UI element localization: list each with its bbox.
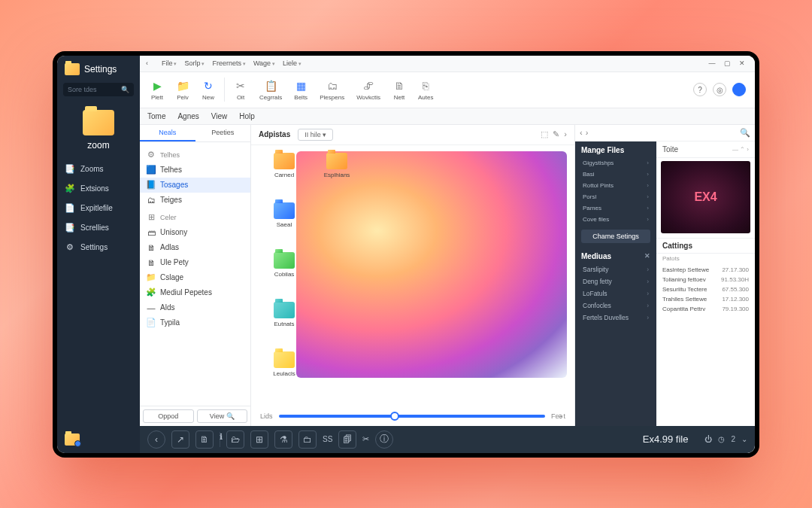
tree-item[interactable]: 🗂Teiges xyxy=(140,193,250,208)
menubar-item[interactable]: Holp xyxy=(239,112,255,120)
edit-icon[interactable]: ✎ xyxy=(553,129,559,139)
ribbon-button[interactable]: ↻New xyxy=(195,79,221,101)
status-power-icon[interactable]: ⏻ xyxy=(704,435,712,443)
sidebar-search[interactable]: Sore tdes 🔍 xyxy=(63,83,134,96)
close-icon[interactable]: ✕ xyxy=(644,252,650,260)
titlebar-menu-item[interactable]: Wage xyxy=(253,59,275,67)
zoom-slider[interactable] xyxy=(279,415,545,418)
ribbon-button[interactable]: ▶Plett xyxy=(144,79,170,101)
back-icon[interactable]: ‹ xyxy=(146,59,148,67)
file-item[interactable]: Saeal xyxy=(262,202,307,246)
manage-item[interactable]: Pames xyxy=(575,202,656,214)
sidebar-zoom-block[interactable]: zoom xyxy=(57,104,140,160)
file-item[interactable]: Eutnats xyxy=(262,302,307,345)
tree-item[interactable]: 🗃Unisony xyxy=(140,225,250,240)
sidebar-item[interactable]: ⚙Settings xyxy=(57,238,140,257)
tag-icon[interactable]: ⬚ xyxy=(541,129,548,139)
nav-search-icon[interactable]: 🔍 xyxy=(740,128,750,138)
zoom-slider-row: Lids Feət xyxy=(251,408,574,426)
file-item[interactable]: Cobilas xyxy=(262,252,307,296)
tree-foot-button[interactable]: Oppod xyxy=(143,409,194,423)
tree-item[interactable]: 📄Typila xyxy=(140,315,250,330)
status-chevron-icon[interactable]: ⌄ xyxy=(741,435,747,443)
sidebar-item[interactable]: 🧩Extsions xyxy=(57,179,140,199)
nav-fwd-icon[interactable]: › xyxy=(586,128,589,137)
file-item[interactable]: Leulacls xyxy=(262,351,307,395)
manage-item[interactable]: Porsl xyxy=(575,191,656,202)
tree-tab[interactable]: Neals xyxy=(140,125,195,141)
tree-item[interactable]: 🧩Mediul Pepetes xyxy=(140,285,250,300)
status-tool-7[interactable]: 🗐 xyxy=(338,430,356,449)
titlebar-menu-item[interactable]: Sorlp xyxy=(184,59,205,67)
tree-foot-button[interactable]: View 🔍 xyxy=(197,409,248,423)
forward-icon[interactable]: › xyxy=(564,129,567,139)
titlebar-menu-item[interactable]: Freernets xyxy=(212,59,245,67)
tree-item-label: Ule Pety xyxy=(160,258,189,266)
ribbon-button[interactable]: 📁Pelv xyxy=(170,79,195,101)
status-tool-2[interactable]: 🗎 xyxy=(195,430,214,449)
status-tool-1[interactable]: ↗ xyxy=(171,430,189,449)
cat-key: Sesuriitu Tectere xyxy=(662,286,707,293)
tree-item[interactable]: 📁Cslage xyxy=(140,270,250,285)
manage-item[interactable]: Gigystishps xyxy=(575,157,656,169)
tree-item[interactable]: 🟦Telhes xyxy=(140,163,250,178)
status-tool-8[interactable]: ⓘ xyxy=(375,430,393,449)
status-tool-5[interactable]: ⚗ xyxy=(274,430,292,449)
status-count: 2 xyxy=(731,435,735,443)
nav-back-icon[interactable]: ‹ xyxy=(580,128,583,137)
status-clock-icon[interactable]: ◷ xyxy=(718,435,725,443)
manage-item[interactable]: Basi xyxy=(575,169,656,180)
titlebar: ‹ FileSorlpFreernetsWageLiele — ▢ ✕ xyxy=(140,56,755,72)
ribbon-button[interactable]: ▦Belts xyxy=(288,79,314,101)
footer-folder-icon[interactable] xyxy=(65,433,80,446)
tree-item[interactable]: —Alds xyxy=(140,300,250,315)
toite-tab[interactable]: Toite— ⌃ › xyxy=(656,141,755,158)
minimize-button[interactable]: — xyxy=(705,58,719,68)
ribbon-button[interactable]: 📋Cegrrals xyxy=(253,79,288,101)
file-item[interactable]: Carned xyxy=(262,153,307,196)
rpane-light-col: Toite— ⌃ › EX4 Cattings Patots Easlntep … xyxy=(656,141,755,426)
manage-item[interactable]: Rottol Pints xyxy=(575,180,656,191)
medias-item[interactable]: LoFatuls xyxy=(575,287,656,300)
file-item xyxy=(314,252,359,296)
sidebar-item[interactable]: 📑Screllies xyxy=(57,218,140,238)
sidebar-item[interactable]: 📄Expitlefile xyxy=(57,199,140,218)
slider-thumb[interactable] xyxy=(390,412,399,421)
ribbon-button[interactable]: 🗂Plespens xyxy=(314,79,350,101)
medias-item[interactable]: Deng fetty xyxy=(575,275,656,287)
status-tool-6[interactable]: 🗀 xyxy=(298,430,317,449)
tree-item[interactable]: 📘Tosages xyxy=(140,178,250,193)
ribbon-button[interactable]: ✂Oit xyxy=(228,79,253,101)
chname-settings-button[interactable]: Chame Setings xyxy=(581,230,650,243)
medias-item[interactable]: Fertels Duvelles xyxy=(575,312,656,324)
medias-item[interactable]: Sarslipity xyxy=(575,263,656,275)
medias-item[interactable]: Confocles xyxy=(575,300,656,312)
titlebar-menu: FileSorlpFreernetsWageLiele xyxy=(162,59,301,67)
titlebar-menu-item[interactable]: File xyxy=(162,59,177,67)
file-item[interactable]: Esplhians xyxy=(314,153,359,196)
close-button[interactable]: ✕ xyxy=(735,58,749,68)
file-label: Eutnats xyxy=(274,321,294,327)
titlebar-menu-item[interactable]: Liele xyxy=(283,59,301,67)
ribbon-button[interactable]: ⎘Autes xyxy=(412,79,439,101)
file-label: Cobilas xyxy=(274,271,295,278)
tree-tab[interactable]: Peeties xyxy=(195,125,251,141)
manage-item[interactable]: Cove files xyxy=(575,214,656,225)
ribbon-button[interactable]: 🖇Wovkctis xyxy=(350,79,386,101)
status-back-icon[interactable]: ‹ xyxy=(147,430,165,449)
sidebar-item[interactable]: 📑Zooms xyxy=(57,160,140,179)
maximize-button[interactable]: ▢ xyxy=(720,58,734,68)
ribbon-button[interactable]: 🗎Nett xyxy=(386,79,412,101)
target-icon[interactable]: ◎ xyxy=(713,83,726,96)
status-tool-4[interactable]: ⊞ xyxy=(250,430,268,449)
center-dropdown[interactable]: II hile ▾ xyxy=(298,129,333,141)
tree-item[interactable]: 🗎Adlas xyxy=(140,240,250,255)
tree-item[interactable]: 🗎Ule Pety xyxy=(140,255,250,270)
menubar-item[interactable]: Tome xyxy=(147,112,165,120)
menubar-item[interactable]: Agnes xyxy=(177,112,198,120)
help-icon[interactable]: ? xyxy=(693,83,707,96)
menubar-item[interactable]: View xyxy=(211,112,228,120)
user-avatar-icon[interactable] xyxy=(732,83,746,96)
status-tool-3[interactable]: 🗁 xyxy=(226,430,244,449)
cattings-row: Tolianing fettoev91.53.30H xyxy=(656,275,755,284)
